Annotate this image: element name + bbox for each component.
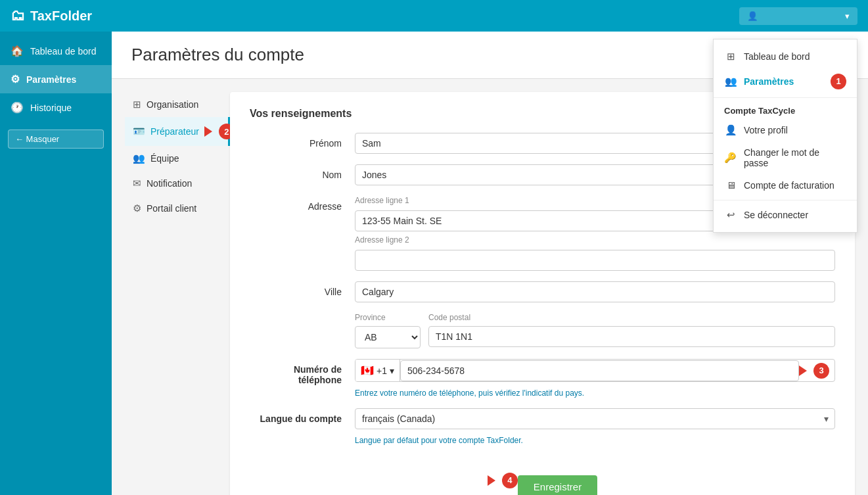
badge-3: 3 bbox=[813, 363, 829, 379]
dropdown-label-facturation: Compte de facturation bbox=[744, 180, 834, 191]
ville-label: Ville bbox=[250, 281, 355, 297]
province-label-empty bbox=[250, 313, 355, 318]
dropdown-item-facturation[interactable]: 🖥 Compte de facturation bbox=[714, 174, 857, 197]
dashboard-sidebar-icon: 🏠 bbox=[11, 45, 24, 57]
chevron-down-icon: ▾ bbox=[845, 11, 850, 21]
telephone-hint: Entrez votre numéro de téléphone, puis v… bbox=[355, 389, 835, 398]
user-menu-area: 👤 ▾ ⊞ Tableau de bord 👥 Paramètres 1 Com… bbox=[739, 7, 857, 25]
code-postal-sublabel: Code postal bbox=[428, 313, 835, 322]
history-sidebar-icon: 🕐 bbox=[11, 101, 24, 114]
logout-icon: ↩ bbox=[724, 208, 737, 222]
adresse-ligne2-input[interactable] bbox=[355, 250, 835, 271]
brand-icon: 🗂 bbox=[11, 7, 25, 24]
badge-4: 4 bbox=[502, 473, 518, 488]
sidebar-item-label-tableau: Tableau de bord bbox=[30, 46, 96, 57]
province-postal-row: Province AB BC MB ON QC Code p bbox=[250, 313, 835, 348]
adresse-label: Adresse bbox=[250, 196, 355, 212]
key-icon: 🔑 bbox=[724, 151, 737, 164]
telephone-field-group: 🇨🇦 +1 ▾ 3 Entrez votre numéro de télépho… bbox=[355, 359, 835, 398]
telephone-row: Numéro de téléphone 🇨🇦 +1 ▾ 3 bbox=[250, 359, 835, 398]
badge-4-container: 4 bbox=[488, 462, 518, 495]
langue-label: Langue du compte bbox=[250, 408, 355, 424]
arrow-icon-3 bbox=[799, 365, 807, 376]
sub-navigation: ⊞ Organisation 🪪 Préparateur 2 👥 Équipe bbox=[125, 92, 230, 495]
org-icon: ⊞ bbox=[133, 99, 141, 110]
subnav-item-organisation[interactable]: ⊞ Organisation bbox=[125, 92, 230, 117]
sidebar-item-tableau[interactable]: 🏠 Tableau de bord bbox=[0, 37, 112, 65]
save-button-label: Enregistrer bbox=[534, 481, 582, 492]
langue-hint: Langue par défaut pour votre compte TaxF… bbox=[355, 436, 835, 445]
subnav-label-organisation: Organisation bbox=[147, 99, 198, 110]
prep-icon: 🪪 bbox=[133, 126, 145, 137]
top-navigation: 🗂 TaxFolder 👤 ▾ ⊞ Tableau de bord 👥 Para… bbox=[0, 0, 868, 32]
notification-icon: ✉ bbox=[133, 177, 141, 189]
phone-chevron-icon: ▾ bbox=[390, 365, 394, 376]
subnav-label-portail: Portail client bbox=[147, 203, 196, 214]
subnav-item-preparateur[interactable]: 🪪 Préparateur 2 bbox=[125, 117, 230, 146]
save-button[interactable]: Enregistrer bbox=[518, 475, 597, 495]
billing-icon: 🖥 bbox=[724, 179, 737, 192]
sidebar-item-historique[interactable]: 🕐 Historique bbox=[0, 93, 112, 122]
langue-row: Langue du compte français (Canada) Engli… bbox=[250, 408, 835, 445]
dropdown-item-tableau[interactable]: ⊞ Tableau de bord bbox=[714, 45, 857, 68]
user-menu-button[interactable]: 👤 ▾ bbox=[739, 7, 857, 25]
phone-country-button[interactable]: 🇨🇦 +1 ▾ bbox=[355, 360, 400, 381]
province-sublabel: Province bbox=[355, 313, 421, 322]
telephone-label: Numéro de téléphone bbox=[250, 359, 355, 385]
langue-field-group: français (Canada) English (Canada) Langu… bbox=[355, 408, 835, 445]
settings-sidebar-icon: ⚙ bbox=[11, 73, 20, 85]
canada-flag-icon: 🇨🇦 bbox=[361, 364, 374, 377]
sidebar-item-parametres[interactable]: ⚙ Paramètres bbox=[0, 65, 112, 93]
settings-icon: 👥 bbox=[724, 75, 737, 88]
badge-3-container: 3 bbox=[799, 363, 834, 379]
hide-sidebar-button[interactable]: ← Masquer bbox=[8, 130, 104, 149]
arrow-icon-2 bbox=[204, 126, 212, 137]
person-icon: 👤 bbox=[724, 124, 737, 137]
dropdown-item-logout[interactable]: ↩ Se déconnecter bbox=[714, 203, 857, 227]
subnav-label-equipe: Équipe bbox=[150, 153, 179, 164]
dropdown-label-tableau: Tableau de bord bbox=[744, 51, 810, 62]
province-postal-group: Province AB BC MB ON QC Code p bbox=[355, 313, 835, 348]
sidebar-item-label-parametres: Paramètres bbox=[26, 74, 76, 85]
dropdown-label-changer-mdp: Changer le mot de passe bbox=[744, 147, 846, 168]
dropdown-item-votre-profil[interactable]: 👤 Votre profil bbox=[714, 118, 857, 142]
adresse-ligne2-sublabel: Adresse ligne 2 bbox=[355, 235, 835, 245]
dropdown-divider-2 bbox=[714, 200, 857, 200]
code-postal-input[interactable] bbox=[428, 326, 835, 347]
dropdown-divider-1 bbox=[714, 97, 857, 98]
dropdown-label-parametres: Paramètres bbox=[744, 76, 794, 87]
province-postal-inline: Province AB BC MB ON QC Code p bbox=[355, 313, 835, 348]
form-actions: 4 Enregistrer bbox=[250, 456, 835, 495]
phone-country-code: +1 bbox=[377, 365, 387, 376]
dropdown-label-votre-profil: Votre profil bbox=[744, 125, 788, 135]
portal-icon: ⚙ bbox=[133, 202, 141, 214]
team-icon: 👥 bbox=[133, 153, 145, 164]
langue-select[interactable]: français (Canada) English (Canada) bbox=[355, 408, 835, 429]
langue-select-wrap: français (Canada) English (Canada) bbox=[355, 408, 835, 429]
user-icon: 👤 bbox=[747, 11, 758, 21]
arrow-icon-4 bbox=[488, 475, 495, 486]
sidebar-item-label-historique: Historique bbox=[30, 103, 72, 113]
phone-number-input[interactable] bbox=[400, 360, 799, 381]
province-col: Province AB BC MB ON QC bbox=[355, 313, 421, 348]
phone-input-group: 🇨🇦 +1 ▾ 3 bbox=[355, 359, 835, 382]
dropdown-item-parametres[interactable]: 👥 Paramètres 1 bbox=[714, 68, 857, 95]
province-select[interactable]: AB BC MB ON QC bbox=[355, 326, 421, 348]
ville-field-group bbox=[355, 281, 835, 302]
dropdown-section-taxcycle: Compte TaxCycle bbox=[714, 101, 857, 118]
sidebar: 🏠 Tableau de bord ⚙ Paramètres 🕐 Histori… bbox=[0, 32, 112, 495]
subnav-item-equipe[interactable]: 👥 Équipe bbox=[125, 146, 230, 171]
dashboard-icon: ⊞ bbox=[724, 50, 737, 63]
badge-1: 1 bbox=[831, 74, 846, 89]
ville-input[interactable] bbox=[355, 281, 835, 302]
ville-row: Ville bbox=[250, 281, 835, 302]
subnav-item-portail[interactable]: ⚙ Portail client bbox=[125, 196, 230, 221]
brand-name: TaxFolder bbox=[30, 9, 92, 24]
subnav-label-preparateur: Préparateur bbox=[150, 126, 199, 137]
subnav-item-notification[interactable]: ✉ Notification bbox=[125, 171, 230, 196]
dropdown-label-logout: Se déconnecter bbox=[744, 210, 808, 220]
postal-col: Code postal bbox=[428, 313, 835, 348]
dropdown-item-changer-mdp[interactable]: 🔑 Changer le mot de passe bbox=[714, 142, 857, 174]
brand-logo: 🗂 TaxFolder bbox=[11, 7, 739, 24]
subnav-label-notification: Notification bbox=[147, 178, 192, 189]
